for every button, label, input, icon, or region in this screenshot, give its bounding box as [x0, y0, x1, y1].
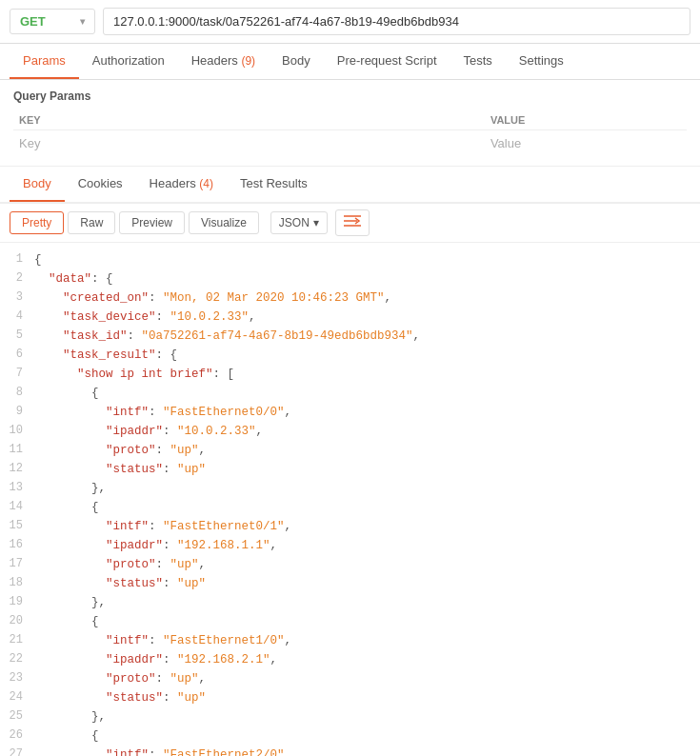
json-line: 24 "status": "up" [0, 688, 700, 707]
line-number: 1 [4, 250, 34, 269]
json-content: "intf": "FastEthernet0/1", [34, 517, 291, 536]
btn-pretty[interactable]: Pretty [10, 211, 64, 234]
json-line: 15 "intf": "FastEthernet0/1", [0, 517, 700, 536]
json-line: 2 "data": { [0, 269, 700, 288]
json-line: 23 "proto": "up", [0, 669, 700, 688]
query-params-section: Query Params KEY VALUE Key Value [0, 80, 700, 167]
col-header-key: KEY [13, 110, 485, 130]
tab-test-results[interactable]: Test Results [227, 167, 321, 202]
json-content: "proto": "up", [34, 669, 206, 688]
json-content: { [34, 726, 99, 746]
json-content: "task_result": { [34, 346, 177, 365]
line-number: 26 [4, 726, 34, 745]
url-input[interactable] [103, 8, 690, 35]
json-content: "created_on": "Mon, 02 Mar 2020 10:46:23… [34, 288, 391, 308]
line-number: 19 [4, 593, 34, 611]
line-number: 24 [4, 688, 34, 706]
tab-body[interactable]: Body [269, 44, 324, 79]
line-number: 3 [4, 288, 34, 307]
tab-cookies[interactable]: Cookies [65, 167, 136, 202]
json-content: "intf": "FastEthernet2/0", [34, 746, 291, 756]
query-params-title: Query Params [13, 90, 687, 103]
line-number: 25 [4, 707, 34, 726]
wrap-button[interactable] [335, 209, 370, 236]
json-line: 11 "proto": "up", [0, 441, 700, 460]
tab-headers[interactable]: Headers (9) [178, 44, 269, 79]
value-placeholder[interactable]: Value [485, 130, 687, 157]
json-content: "status": "up" [34, 460, 206, 479]
tab-settings[interactable]: Settings [506, 44, 577, 79]
json-content: "ipaddr": "192.168.1.1", [34, 536, 277, 555]
format-chevron-icon: ▾ [313, 216, 319, 229]
json-line: 8 { [0, 384, 700, 403]
json-content: "task_device": "10.0.2.33", [34, 308, 256, 327]
json-line: 3 "created_on": "Mon, 02 Mar 2020 10:46:… [0, 288, 700, 308]
params-table: KEY VALUE Key Value [13, 110, 687, 156]
json-line: 18 "status": "up" [0, 574, 700, 593]
json-content: "task_id": "0a752261-af74-4a67-8b19-49ed… [34, 327, 420, 346]
method-label: GET [20, 14, 46, 29]
json-content: "intf": "FastEthernet1/0", [34, 631, 291, 650]
line-number: 12 [4, 460, 34, 478]
method-chevron-icon: ▾ [80, 16, 85, 27]
key-placeholder[interactable]: Key [13, 130, 485, 157]
json-line: 21 "intf": "FastEthernet1/0", [0, 631, 700, 650]
line-number: 4 [4, 308, 34, 326]
json-content: "status": "up" [34, 688, 206, 707]
line-number: 14 [4, 498, 34, 516]
format-label: JSON [279, 216, 310, 229]
json-line: 26 { [0, 726, 700, 746]
line-number: 16 [4, 536, 34, 554]
json-line: 27 "intf": "FastEthernet2/0", [0, 746, 700, 756]
json-line: 7 "show ip int brief": [ [0, 365, 700, 384]
line-number: 17 [4, 555, 34, 573]
tab-tests[interactable]: Tests [450, 44, 506, 79]
json-content: "ipaddr": "10.0.2.33", [34, 422, 263, 441]
json-content: }, [34, 593, 106, 612]
json-line: 13 }, [0, 479, 700, 498]
json-line: 19 }, [0, 593, 700, 612]
btn-preview[interactable]: Preview [119, 211, 185, 234]
json-content: { [34, 250, 42, 269]
json-line: 12 "status": "up" [0, 460, 700, 479]
json-content: }, [34, 479, 106, 498]
json-viewer: 1{2 "data": {3 "created_on": "Mon, 02 Ma… [0, 243, 700, 756]
tab-response-headers[interactable]: Headers (4) [136, 167, 227, 202]
json-content: { [34, 498, 99, 517]
line-number: 11 [4, 441, 34, 459]
line-number: 13 [4, 479, 34, 497]
line-number: 7 [4, 365, 34, 383]
url-bar: GET ▾ [0, 0, 700, 44]
btn-visualize[interactable]: Visualize [189, 211, 259, 234]
json-line: 10 "ipaddr": "10.0.2.33", [0, 422, 700, 441]
json-content: "intf": "FastEthernet0/0", [34, 403, 291, 422]
tab-body-response[interactable]: Body [10, 167, 65, 202]
json-content: "status": "up" [34, 574, 206, 593]
line-number: 21 [4, 631, 34, 649]
json-content: }, [34, 707, 106, 726]
json-content: "data": { [34, 269, 113, 288]
col-header-value: VALUE [485, 110, 687, 130]
line-number: 10 [4, 422, 34, 440]
json-content: { [34, 384, 99, 403]
json-line: 4 "task_device": "10.0.2.33", [0, 308, 700, 327]
json-line: 5 "task_id": "0a752261-af74-4a67-8b19-49… [0, 327, 700, 346]
line-number: 22 [4, 650, 34, 668]
tab-prerequest[interactable]: Pre-request Script [324, 44, 450, 79]
json-content: "proto": "up", [34, 441, 206, 460]
json-line: 25 }, [0, 707, 700, 726]
json-content: "proto": "up", [34, 555, 206, 574]
format-dropdown[interactable]: JSON ▾ [270, 211, 328, 234]
btn-raw[interactable]: Raw [68, 211, 115, 234]
json-line: 17 "proto": "up", [0, 555, 700, 574]
method-dropdown[interactable]: GET ▾ [10, 9, 95, 34]
json-line: 1{ [0, 250, 700, 269]
json-line: 16 "ipaddr": "192.168.1.1", [0, 536, 700, 555]
line-number: 18 [4, 574, 34, 592]
line-number: 9 [4, 403, 34, 421]
json-line: 6 "task_result": { [0, 346, 700, 365]
json-line: 20 { [0, 612, 700, 631]
tab-params[interactable]: Params [10, 44, 79, 79]
viewer-toolbar: Pretty Raw Preview Visualize JSON ▾ [0, 204, 700, 243]
tab-authorization[interactable]: Authorization [79, 44, 178, 79]
